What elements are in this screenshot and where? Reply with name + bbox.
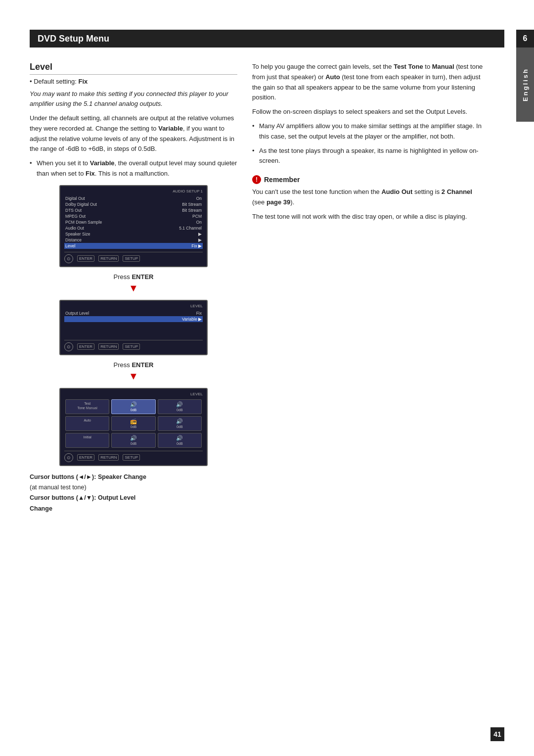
nav-circle-3: ⊙ — [64, 453, 73, 462]
speaker-cell-initial: Initial — [65, 433, 109, 448]
setup-btn-3: SETUP — [123, 454, 140, 461]
setup-btn: SETUP — [123, 255, 140, 262]
screen3-title: LEVEL — [64, 392, 203, 396]
screen1-bottom-bar: ⊙ ENTER RETURN SETUP — [64, 252, 203, 263]
page-number-bottom: 41 — [490, 727, 504, 741]
bullet-variable: When you set it to Variable, the overall… — [30, 158, 237, 179]
caption-text: Cursor buttons (◄/►): Speaker Change (at… — [30, 472, 237, 514]
speaker-cell-right2: 🔊 0dB — [158, 416, 202, 431]
screen2-row-variable: Variable ▶ — [64, 316, 203, 322]
nav-circle-2: ⊙ — [64, 342, 73, 351]
right-column: To help you gauge the correct gain level… — [252, 57, 485, 726]
speaker-cell-sub: 📻 0dB — [111, 416, 155, 431]
screen1-row: DTS OutBit Stream — [64, 207, 203, 213]
arrow-down-1: ▼ — [30, 283, 237, 294]
screen1-container: AUDIO SETUP 1 Digital OutOn Dolby Digita… — [59, 185, 208, 267]
nav-circle: ⊙ — [64, 254, 73, 263]
body-text-1: Under the default setting, all channels … — [30, 113, 237, 154]
remember-box: ! Remember You can't use the test tone f… — [252, 175, 485, 222]
right-bullet-1: Many AV amplifiers allow you to make sim… — [252, 121, 485, 142]
screen3-bottom-bar: ⊙ ENTER RETURN SETUP — [64, 451, 203, 462]
screen2-bottom-bar: ⊙ ENTER RETURN SETUP — [64, 340, 203, 351]
screen2: LEVEL Output LevelFix Variable ▶ ⊙ ENTER… — [59, 300, 208, 355]
right-body-2: Follow the on-screen displays to select … — [252, 107, 485, 117]
enter-btn-2: ENTER — [77, 343, 94, 350]
setup-btn-2: SETUP — [123, 343, 140, 350]
speaker-cell-auto: Auto — [65, 416, 109, 431]
speaker-cell-right3: 🔊 0dB — [158, 433, 202, 448]
left-column: Level • Default setting: Fix You may wan… — [30, 57, 237, 726]
speaker-cell-right: 🔊 0dB — [158, 399, 202, 414]
page-title: DVD Setup Menu — [38, 34, 109, 44]
language-label: English — [522, 68, 529, 101]
screen2-title: LEVEL — [64, 304, 203, 308]
screen2-row: Output LevelFix — [64, 310, 203, 316]
screen1-row: Digital OutOn — [64, 195, 203, 201]
screen1-row-level: LevelFix ▶ — [64, 243, 203, 249]
screen1-row: Audio Out5.1 Channel — [64, 225, 203, 231]
press-enter-2: Press ENTER — [30, 361, 237, 369]
main-content: Level • Default setting: Fix You may wan… — [30, 57, 485, 726]
press-enter-1: Press ENTER — [30, 273, 237, 281]
enter-btn-3: ENTER — [77, 454, 94, 461]
right-bullet-2: As the test tone plays through a speaker… — [252, 146, 485, 167]
speaker-cell-testtone: TestTone Manual — [65, 399, 109, 414]
right-body-1: To help you gauge the correct gain level… — [252, 62, 485, 103]
remember-text-1: You can't use the test tone function whe… — [252, 187, 485, 208]
speaker-cell-center: 🔊 0dB — [111, 399, 155, 414]
italic-block: You may want to make this setting if you… — [30, 89, 237, 108]
screen1-row: Speaker Size▶ — [64, 231, 203, 237]
remember-text-2: The test tone will not work with the dis… — [252, 212, 485, 222]
speaker-grid: TestTone Manual 🔊 0dB 🔊 0dB Auto — [65, 399, 202, 448]
section-title: Level — [30, 62, 237, 75]
return-btn-2: RETURN — [98, 343, 119, 350]
screen1-row: PCM Down SampleOn — [64, 219, 203, 225]
return-btn: RETURN — [98, 255, 119, 262]
default-setting: • Default setting: Fix — [30, 78, 237, 85]
screen1-title: AUDIO SETUP 1 — [64, 189, 203, 193]
screen2-container: LEVEL Output LevelFix Variable ▶ ⊙ ENTER… — [59, 300, 208, 355]
screen1-row: Dolby Digital OutBit Stream — [64, 201, 203, 207]
speaker-cell-left2: 🔊 0dB — [111, 433, 155, 448]
screen1-row: Distance▶ — [64, 237, 203, 243]
language-sidebar: English — [516, 47, 534, 122]
screen3: LEVEL TestTone Manual 🔊 0dB 🔊 0dB — [59, 388, 208, 466]
arrow-down-2: ▼ — [30, 371, 237, 382]
enter-btn: ENTER — [77, 255, 94, 262]
remember-title: ! Remember — [252, 175, 485, 184]
header-bar: DVD Setup Menu — [30, 30, 504, 47]
chapter-number-badge: 6 — [516, 30, 534, 47]
screen3-container: LEVEL TestTone Manual 🔊 0dB 🔊 0dB — [59, 388, 208, 466]
screen1: AUDIO SETUP 1 Digital OutOn Dolby Digita… — [59, 185, 208, 267]
screen1-row: MPEG OutPCM — [64, 213, 203, 219]
remember-icon: ! — [252, 175, 261, 184]
return-btn-3: RETURN — [98, 454, 119, 461]
